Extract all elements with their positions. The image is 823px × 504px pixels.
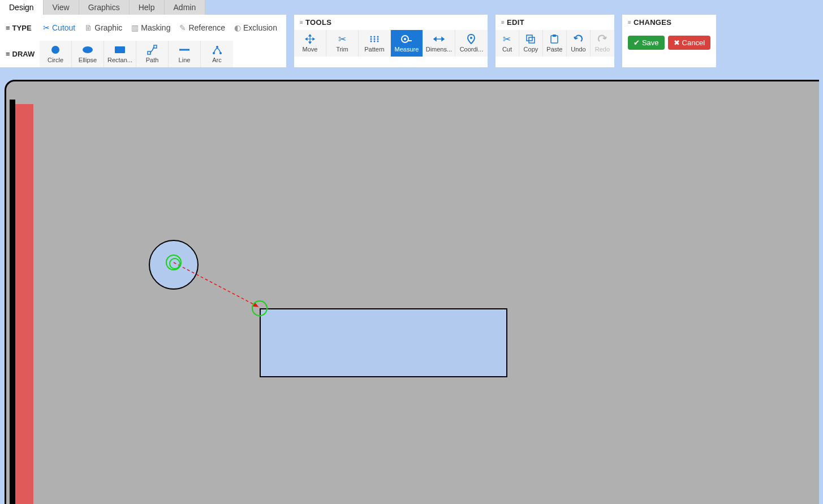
circle-icon xyxy=(50,45,61,55)
svg-rect-23 xyxy=(529,37,535,43)
halfcircle-icon: ◐ xyxy=(234,23,241,32)
grip-icon: ≡ xyxy=(628,19,631,25)
svg-point-8 xyxy=(216,46,218,48)
edit-cut-button[interactable]: ✂ Cut xyxy=(495,30,519,57)
toolbar: ≡ TYPE ✂ Cutout 🗎 Graphic ▥ Masking ✎ xyxy=(0,15,823,67)
file-icon: 🗎 xyxy=(84,23,92,32)
draw-line-button[interactable]: Line xyxy=(169,41,201,67)
tool-move-label: Move xyxy=(302,46,317,53)
draw-label-text: DRAW xyxy=(12,50,35,58)
svg-point-14 xyxy=(377,38,378,40)
tool-measure-button[interactable]: Measure xyxy=(391,30,423,57)
check-icon: ✔ xyxy=(634,38,640,47)
edit-undo-button[interactable]: Undo xyxy=(567,30,591,57)
ellipse-icon xyxy=(82,45,93,55)
tab-admin[interactable]: Admin xyxy=(165,0,206,15)
grid-icon xyxy=(369,34,380,44)
edit-copy-button[interactable]: Copy xyxy=(519,30,543,57)
svg-point-1 xyxy=(83,46,93,53)
svg-point-11 xyxy=(377,36,378,38)
svg-point-9 xyxy=(370,36,372,38)
shape-rectangle[interactable] xyxy=(260,308,507,377)
type-label-text: TYPE xyxy=(12,24,32,32)
grip-icon: ≡ xyxy=(6,24,10,32)
snap-marker-start xyxy=(166,255,182,270)
svg-rect-4 xyxy=(154,45,157,48)
design-canvas[interactable] xyxy=(5,80,819,504)
line-icon xyxy=(179,45,190,55)
scissors-icon: ✂ xyxy=(503,34,511,44)
edit-undo-label: Undo xyxy=(571,46,585,53)
svg-point-0 xyxy=(51,46,59,54)
type-masking-label: Masking xyxy=(141,23,170,32)
tab-view[interactable]: View xyxy=(44,0,79,15)
edit-paste-button[interactable]: Paste xyxy=(543,30,567,57)
type-cutout[interactable]: ✂ Cutout xyxy=(40,18,79,38)
pin-icon xyxy=(467,34,475,44)
tab-help[interactable]: Help xyxy=(130,0,165,15)
pencil-icon: ✎ xyxy=(179,23,186,32)
save-button[interactable]: ✔ Save xyxy=(628,36,665,50)
edit-redo-label: Redo xyxy=(595,46,610,53)
svg-rect-2 xyxy=(115,46,125,53)
draw-rectangle-label: Rectan... xyxy=(107,57,132,63)
tool-trim-label: Trim xyxy=(336,46,348,53)
rectangle-icon xyxy=(114,45,126,55)
canvas-wrap xyxy=(0,67,823,504)
menu-bar: Design View Graphics Help Admin xyxy=(0,0,823,15)
grip-icon: ≡ xyxy=(6,50,10,58)
edit-cut-label: Cut xyxy=(502,46,512,53)
scissors-icon: ✂ xyxy=(43,23,50,32)
draw-path-label: Path xyxy=(146,57,159,63)
type-exclusion[interactable]: ◐ Exclusion xyxy=(231,18,281,38)
draw-circle-label: Circle xyxy=(48,57,63,63)
draw-label: ≡ DRAW xyxy=(0,41,40,67)
tools-label: ≡ TOOLS xyxy=(294,15,488,30)
undo-icon xyxy=(574,34,583,44)
section-tools: ≡ TOOLS Move ✂ Trim Pattern Measure D xyxy=(294,15,495,67)
tool-measure-label: Measure xyxy=(395,46,419,53)
copy-icon xyxy=(526,34,535,44)
tool-pattern-button[interactable]: Pattern xyxy=(359,30,391,57)
tool-pattern-label: Pattern xyxy=(364,46,384,53)
tab-graphics[interactable]: Graphics xyxy=(79,0,130,15)
type-graphic[interactable]: 🗎 Graphic xyxy=(81,18,126,38)
draw-circle-button[interactable]: Circle xyxy=(40,41,72,67)
type-reference[interactable]: ✎ Reference xyxy=(176,18,229,38)
edit-label-text: EDIT xyxy=(507,18,524,27)
svg-point-12 xyxy=(370,38,372,40)
type-cutout-label: Cutout xyxy=(52,23,75,32)
path-icon xyxy=(147,45,157,55)
draw-ellipse-button[interactable]: Ellipse xyxy=(72,41,104,67)
section-edit: ≡ EDIT ✂ Cut Copy Paste Undo Redo xyxy=(495,15,622,67)
draw-rectangle-button[interactable]: Rectan... xyxy=(104,41,136,67)
tool-move-button[interactable]: Move xyxy=(294,30,326,57)
arc-icon xyxy=(212,45,222,55)
edit-paste-label: Paste xyxy=(546,46,562,53)
draw-path-button[interactable]: Path xyxy=(136,41,169,67)
edit-redo-button[interactable]: Redo xyxy=(591,30,614,57)
svg-point-15 xyxy=(370,41,372,42)
type-exclusion-label: Exclusion xyxy=(243,23,277,32)
svg-point-13 xyxy=(373,38,375,40)
svg-rect-25 xyxy=(553,35,556,37)
tape-icon xyxy=(401,34,412,44)
tools-label-text: TOOLS xyxy=(305,18,331,27)
tab-design[interactable]: Design xyxy=(0,0,44,15)
type-reference-label: Reference xyxy=(188,23,225,32)
cancel-button[interactable]: ✖ Cancel xyxy=(668,36,710,50)
type-graphic-label: Graphic xyxy=(94,23,122,32)
tool-dimension-label: Dimens... xyxy=(426,46,452,53)
tool-trim-button[interactable]: ✂ Trim xyxy=(326,30,359,57)
type-masking[interactable]: ▥ Masking xyxy=(128,18,174,38)
tool-coordinate-button[interactable]: Coordi... xyxy=(455,30,488,57)
mask-icon: ▥ xyxy=(131,23,139,32)
type-label: ≡ TYPE xyxy=(0,15,40,41)
grip-icon: ≡ xyxy=(501,19,505,25)
draw-arc-button[interactable]: Arc xyxy=(201,41,233,67)
tool-dimension-button[interactable]: Dimens... xyxy=(423,30,455,57)
svg-point-21 xyxy=(470,37,472,39)
panel-edge xyxy=(10,100,15,504)
svg-point-10 xyxy=(373,36,375,38)
draw-line-label: Line xyxy=(179,57,191,63)
